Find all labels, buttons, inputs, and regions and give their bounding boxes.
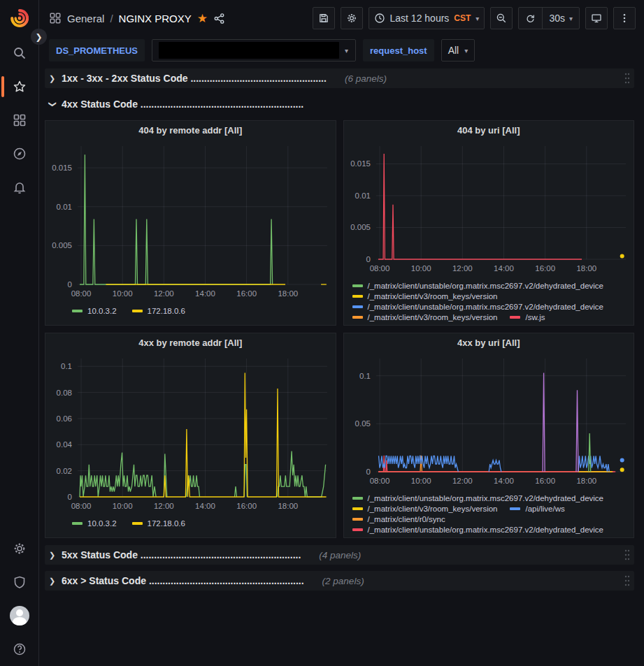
sidebar-item-starred[interactable]	[0, 70, 39, 103]
legend-series-color	[352, 284, 363, 287]
legend-series-label: /_matrix/client/unstable/org.matrix.msc2…	[368, 282, 604, 290]
panel-title[interactable]: 4xx by uri [All]	[344, 333, 634, 352]
chart-4xx-by-uri[interactable]: 08:0010:0012:0014:0016:0018:0000.050.1	[344, 352, 634, 491]
legend-series-color	[72, 522, 83, 525]
row-panel-count: (6 panels)	[345, 73, 387, 84]
timezone-label: CST	[454, 13, 471, 23]
legend-series-label: 172.18.0.6	[148, 519, 185, 528]
share-icon[interactable]	[213, 13, 225, 24]
svg-text:08:00: 08:00	[71, 289, 92, 298]
time-range-picker[interactable]: Last 12 hours CST ▾	[368, 7, 485, 29]
legend-series-color	[352, 518, 363, 521]
row-title: 4xx Status Code ........................…	[62, 99, 303, 110]
sidebar-item-explore[interactable]	[0, 137, 39, 171]
grafana-app: ❯	[0, 0, 644, 666]
kebab-icon	[619, 13, 630, 24]
datasource-select[interactable]: ▾	[152, 39, 356, 61]
compass-icon	[13, 147, 27, 161]
row-header-4xx[interactable]: ❯ 4xx Status Code ......................…	[45, 94, 634, 114]
expand-sidebar-button[interactable]: ❯	[31, 29, 47, 45]
row-header-6xx[interactable]: ❯ 6xx > Status Code ....................…	[45, 571, 634, 591]
svg-text:14:00: 14:00	[494, 264, 514, 273]
svg-text:0.01: 0.01	[57, 203, 72, 211]
panel-404-by-remote-addr: 404 by remote addr [All] 08:0010:0012:00…	[45, 120, 336, 326]
svg-text:0.005: 0.005	[350, 223, 371, 231]
legend-item[interactable]: /_matrix/client/r0/sync	[352, 515, 445, 523]
legend-item[interactable]: /_matrix/client/unstable/org.matrix.msc2…	[352, 303, 604, 311]
chart-4xx-by-remote-addr[interactable]: 08:0010:0012:0014:0016:0018:0000.020.040…	[45, 352, 336, 516]
zoom-out-icon	[496, 13, 507, 24]
sidebar-item-alerting[interactable]	[0, 171, 39, 204]
legend-item[interactable]: /_matrix/client/unstable/org.matrix.msc2…	[352, 282, 604, 290]
chart-404-by-uri[interactable]: 08:0010:0012:0014:0016:0018:0000.0050.01…	[344, 139, 634, 279]
svg-text:0: 0	[68, 280, 72, 289]
legend-series-label: /_matrix/client/v3/room_keys/version	[368, 292, 498, 301]
refresh-interval-dropdown[interactable]: 30s ▾	[542, 8, 579, 29]
svg-text:0.02: 0.02	[57, 467, 72, 475]
legend-series-color	[510, 316, 520, 319]
svg-text:10:00: 10:00	[410, 477, 431, 485]
panel-404-by-uri: 404 by uri [All] 08:0010:0012:0014:0016:…	[343, 120, 635, 326]
sidebar-item-profile[interactable]	[0, 599, 39, 632]
save-dashboard-button[interactable]	[313, 7, 335, 29]
svg-text:0.1: 0.1	[359, 372, 371, 380]
more-options-button[interactable]	[613, 7, 636, 29]
chevron-right-icon: ❯	[49, 551, 56, 560]
legend-item[interactable]: 172.18.0.6	[132, 307, 185, 315]
monitor-icon	[591, 13, 602, 24]
svg-text:0: 0	[366, 255, 370, 263]
svg-text:14:00: 14:00	[494, 477, 514, 485]
panel-4xx-by-uri: 4xx by uri [All] 08:0010:0012:0014:0016:…	[343, 333, 635, 538]
row-title: 6xx > Status Code ......................…	[62, 575, 304, 586]
legend-item[interactable]: /_matrix/client/v3/room_keys/version	[352, 313, 498, 321]
svg-text:14:00: 14:00	[195, 289, 215, 298]
svg-text:18:00: 18:00	[576, 477, 596, 485]
tv-mode-button[interactable]	[585, 7, 608, 29]
variable-label-ds-prometheus[interactable]: DS_PROMETHEUS	[49, 39, 145, 61]
save-icon	[318, 13, 329, 24]
row-title: 1xx - 3xx - 2xx Status Code ............…	[62, 73, 327, 84]
refresh-button[interactable]	[519, 8, 542, 29]
dashboard-grid-icon[interactable]	[49, 12, 62, 24]
request-host-select[interactable]: All ▾	[441, 39, 475, 61]
sidebar-item-server-admin[interactable]	[0, 565, 39, 599]
breadcrumb-dashboard-title[interactable]: NGINX PROXY	[119, 13, 192, 24]
variable-label-request-host[interactable]: request_host	[363, 39, 434, 61]
legend-item[interactable]: 10.0.3.2	[72, 519, 117, 528]
legend-item[interactable]: /_matrix/client/v3/room_keys/version	[352, 505, 498, 513]
legend-item[interactable]: 172.18.0.6	[132, 519, 185, 528]
legend-item[interactable]: /_matrix/client/unstable/org.matrix.msc2…	[352, 494, 604, 502]
legend-item[interactable]: /api/live/ws	[510, 505, 564, 513]
legend-series-label: 172.18.0.6	[148, 307, 185, 315]
row-header-1xx[interactable]: ❯ 1xx - 3xx - 2xx Status Code ..........…	[45, 68, 634, 88]
breadcrumb-folder[interactable]: General	[67, 13, 104, 24]
legend-item[interactable]: /sw.js	[510, 313, 545, 321]
panel-title[interactable]: 4xx by remote addr [All]	[45, 333, 336, 352]
gear-icon	[346, 13, 357, 24]
refresh-icon	[525, 13, 536, 24]
panel-title[interactable]: 404 by remote addr [All]	[45, 121, 336, 139]
legend-item[interactable]: /_matrix/client/v3/room_keys/version	[352, 292, 498, 301]
sidebar-item-help[interactable]	[0, 632, 39, 666]
svg-text:0.015: 0.015	[350, 159, 371, 168]
chevron-down-icon: ▾	[345, 47, 348, 55]
svg-text:18:00: 18:00	[278, 502, 298, 510]
legend-item[interactable]: 10.0.3.2	[72, 307, 117, 315]
sidebar-item-dashboards[interactable]	[0, 103, 39, 137]
panel-title[interactable]: 404 by uri [All]	[344, 121, 634, 139]
chart-404-by-remote-addr[interactable]: 08:0010:0012:0014:0016:0018:0000.0050.01…	[45, 139, 336, 304]
row-header-5xx[interactable]: ❯ 5xx Status Code ......................…	[45, 545, 634, 565]
drag-handle-icon[interactable]	[623, 72, 631, 85]
legend-item[interactable]: /_matrix/client/unstable/org.matrix.msc2…	[352, 526, 604, 534]
dashboard-settings-button[interactable]	[341, 7, 363, 29]
sidebar-item-configuration[interactable]	[0, 532, 39, 565]
panel-4xx-by-remote-addr: 4xx by remote addr [All] 08:0010:0012:00…	[45, 333, 336, 538]
drag-handle-icon[interactable]	[623, 574, 631, 587]
zoom-out-time-button[interactable]	[490, 7, 513, 29]
chevron-right-icon: ❯	[49, 74, 56, 83]
drag-handle-icon[interactable]	[623, 549, 631, 561]
favorite-star-icon[interactable]: ★	[197, 13, 208, 24]
panel-legend: /_matrix/client/unstable/org.matrix.msc2…	[344, 491, 634, 534]
legend-series-color	[352, 295, 363, 298]
svg-text:18:00: 18:00	[576, 264, 596, 273]
